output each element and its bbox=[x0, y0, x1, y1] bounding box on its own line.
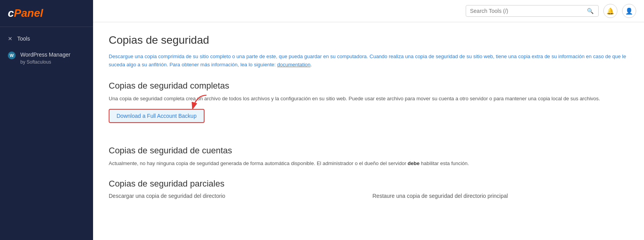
main-wrapper: 🔍 🔔 👤 Copias de seguridad Descargue una … bbox=[93, 0, 644, 240]
search-button[interactable]: 🔍 bbox=[586, 8, 594, 14]
intro-text: Descargue una copia comprimida de su sit… bbox=[109, 53, 628, 69]
sidebar-item-tools-label: Tools bbox=[17, 36, 30, 42]
section2-divider: Copias de seguridad de cuentas Actualmen… bbox=[109, 146, 628, 168]
header: 🔍 🔔 👤 bbox=[93, 0, 644, 22]
section3-col2: Restaure una copia de seguridad del dire… bbox=[373, 193, 629, 199]
sidebar-nav: ✕ Tools W WordPress Manager by Softaculo… bbox=[0, 27, 93, 74]
search-box[interactable]: 🔍 bbox=[466, 5, 599, 17]
intro-text-content: Descargue una copia comprimida de su sit… bbox=[109, 53, 626, 68]
download-backup-button[interactable]: Download a Full Account Backup bbox=[109, 109, 205, 123]
section3-divider: Copias de seguridad parciales Descargar … bbox=[109, 179, 628, 199]
page-title: Copias de seguridad bbox=[109, 34, 628, 46]
section3-columns: Descargar una copia de seguridad del dir… bbox=[109, 193, 628, 199]
wordpress-icon: W bbox=[8, 52, 16, 59]
bell-icon: 🔔 bbox=[606, 7, 614, 15]
section2-desc-bold: debe bbox=[408, 160, 420, 166]
section3-col1: Descargar una copia de seguridad del dir… bbox=[109, 193, 365, 199]
section1-desc: Una copia de seguridad completa crea un … bbox=[109, 95, 628, 103]
sidebar-item-wordpress[interactable]: W WordPress Manager by Softaculous bbox=[0, 46, 93, 70]
notifications-button[interactable]: 🔔 bbox=[603, 4, 617, 18]
search-input[interactable] bbox=[470, 8, 586, 14]
section1-title: Copias de seguridad completas bbox=[109, 81, 628, 91]
user-icon: 👤 bbox=[625, 7, 633, 15]
user-menu-button[interactable]: 👤 bbox=[622, 4, 636, 18]
wordpress-title: WordPress Manager bbox=[20, 51, 70, 59]
documentation-link[interactable]: documentation bbox=[277, 62, 310, 68]
tools-icon: ✕ bbox=[8, 36, 13, 42]
content-area: Copias de seguridad Descargue una copia … bbox=[93, 22, 644, 240]
sidebar: cPanel ✕ Tools W WordPress Manager by So… bbox=[0, 0, 93, 240]
sidebar-logo: cPanel bbox=[0, 0, 93, 27]
section2-title: Copias de seguridad de cuentas bbox=[109, 146, 628, 156]
sidebar-item-tools[interactable]: ✕ Tools bbox=[0, 31, 93, 46]
wordpress-label: WordPress Manager by Softaculous bbox=[20, 51, 70, 65]
wordpress-sub: by Softaculous bbox=[20, 59, 70, 66]
section2-desc: Actualmente, no hay ninguna copia de seg… bbox=[109, 160, 628, 168]
section2-desc-text: Actualmente, no hay ninguna copia de seg… bbox=[109, 160, 408, 166]
section2-desc-text2: habilitar esta función. bbox=[420, 160, 469, 166]
section3-title: Copias de seguridad parciales bbox=[109, 179, 628, 189]
